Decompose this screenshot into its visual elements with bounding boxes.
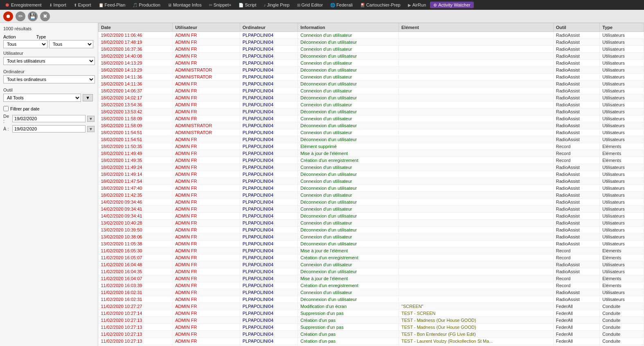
col-date[interactable]: Date — [99, 23, 173, 32]
table-row[interactable]: 18/02/2020 13:54:36ADMIN FRPLPAPOLINI04C… — [99, 101, 644, 108]
table-row[interactable]: 18/02/2020 11:49:35ADMIN FRPLPAPOLINI04C… — [99, 157, 644, 164]
date-to-input[interactable] — [12, 125, 86, 133]
nav-production[interactable]: 🎵 Production — [129, 2, 164, 8]
table-row[interactable]: 18/02/2020 11:49:14ADMIN FRPLPAPOLINI04D… — [99, 171, 644, 178]
date-to-row: À : ▼ — [3, 125, 95, 133]
table-row[interactable]: 18/02/2020 11:54:51ADMINISTRATORPLPAPOLI… — [99, 129, 644, 136]
table-row[interactable]: 18/02/2020 11:47:54ADMIN FRPLPAPOLINI04C… — [99, 178, 644, 185]
table-row[interactable]: 13/02/2020 10:38:06ADMIN FRPLPAPOLINI04C… — [99, 234, 644, 240]
table-row[interactable]: 11/02/2020 10:27:14ADMIN FRPLPAPOLINI04S… — [99, 310, 644, 317]
col-type[interactable]: Type — [600, 23, 644, 32]
user-select[interactable]: Tout les utilisateurs — [3, 57, 95, 65]
utilisateur-label: Utilisateur — [3, 51, 95, 56]
table-row[interactable]: 18/02/2020 17:48:19ADMIN FRPLPAPOLINI04D… — [99, 39, 644, 46]
table-row[interactable]: 18/02/2020 14:02:17ADMIN FRPLPAPOLINI04D… — [99, 94, 644, 101]
nav-enregistrement[interactable]: ⏺ Enregistrement — [2, 1, 45, 9]
table-row[interactable]: 11/02/2020 10:27:13ADMIN FRPLPAPOLINI04C… — [99, 331, 644, 338]
date-from-input[interactable] — [12, 115, 86, 122]
table-row[interactable]: 18/02/2020 11:42:35ADMIN FRPLPAPOLINI04C… — [99, 192, 644, 199]
main-layout: 1000 résultats Action Type Tous Tous Uti… — [0, 23, 644, 346]
table-row[interactable]: 11/02/2020 16:04:35ADMIN FRPLPAPOLINI04D… — [99, 268, 644, 275]
nav-montage[interactable]: 🖥 Montage Infos — [164, 2, 205, 8]
date-to-picker[interactable]: ▼ — [87, 126, 95, 132]
table-row[interactable]: 11/02/2020 16:03:39ADMIN FRPLPAPOLINI04C… — [99, 282, 644, 289]
nav-import[interactable]: ⬇ Import — [46, 2, 70, 8]
type-select[interactable]: Tous — [49, 40, 93, 48]
table-row[interactable]: 11/02/2020 16:05:07ADMIN FRPLPAPOLINI04C… — [99, 254, 644, 261]
table-body: 19/02/2020 11:06:46ADMIN FRPLPAPOLINI04C… — [99, 32, 644, 346]
table-row[interactable]: 18/02/2020 11:49:24ADMIN FRPLPAPOLINI04C… — [99, 164, 644, 171]
table-row[interactable]: 11/02/2020 10:27:13ADMIN FRPLPAPOLINI04C… — [99, 338, 644, 345]
nav-activity-watcher[interactable]: ⚙ Activity Watcher — [430, 2, 473, 8]
table-row[interactable]: 18/02/2020 14:13:29ADMIN FRPLPAPOLINI04C… — [99, 60, 644, 67]
nav-feedplan[interactable]: 📋 Feed-Plan — [95, 2, 129, 8]
col-user[interactable]: Utilisateur — [173, 23, 240, 32]
date-filter-checkbox[interactable] — [3, 106, 9, 111]
table-row[interactable]: 18/02/2020 13:53:42ADMIN FRPLPAPOLINI04D… — [99, 108, 644, 115]
table-row[interactable]: 13/02/2020 10:40:28ADMIN FRPLPAPOLINI04C… — [99, 220, 644, 227]
type-label: Type — [36, 34, 46, 39]
table-row[interactable]: 18/02/2020 14:06:37ADMIN FRPLPAPOLINI04C… — [99, 88, 644, 94]
table-row[interactable]: 13/02/2020 11:05:38ADMIN FRPLPAPOLINI04D… — [99, 240, 644, 247]
table-row[interactable]: 18/02/2020 16:37:36ADMIN FRPLPAPOLINI04C… — [99, 46, 644, 53]
date-filter-label: Filtrer par date — [10, 106, 40, 111]
tool-filter-group: Outil All Tools ▼ — [3, 88, 95, 102]
table-row[interactable]: 18/02/2020 11:47:40ADMIN FRPLPAPOLINI04D… — [99, 185, 644, 192]
tool-dropdown-btn[interactable]: ▼ — [83, 94, 93, 101]
nav-federali[interactable]: 🌐 Federali — [327, 2, 356, 8]
nav-grid[interactable]: ⊞ Grid Editor — [294, 2, 327, 8]
date-filter-row: Filtrer par date — [3, 106, 95, 111]
action-label: Action — [3, 34, 16, 39]
table-row[interactable]: 19/02/2020 11:06:46ADMIN FRPLPAPOLINI04C… — [99, 32, 644, 39]
action-type-row: Tous Tous — [3, 40, 95, 48]
action-select[interactable]: Tous — [3, 40, 47, 48]
table-row[interactable]: 18/02/2020 11:58:09ADMINISTRATORPLPAPOLI… — [99, 122, 644, 129]
table-row[interactable]: 11/02/2020 16:02:31ADMIN FRPLPAPOLINI04C… — [99, 289, 644, 296]
edit-button[interactable]: ✏ — [16, 11, 25, 21]
date-from-row: De : ▼ — [3, 114, 95, 124]
table-row[interactable]: 18/02/2020 14:40:08ADMIN FRPLPAPOLINI04D… — [99, 53, 644, 60]
nav-export[interactable]: ⬆ Export — [70, 2, 95, 8]
nav-airrun[interactable]: ▶ AirRun — [405, 2, 430, 8]
table-row[interactable]: 18/02/2020 14:13:29ADMINISTRATORPLPAPOLI… — [99, 67, 644, 74]
col-info[interactable]: Information — [298, 23, 399, 32]
table-row[interactable]: 11/02/2020 16:02:31ADMIN FRPLPAPOLINI04D… — [99, 296, 644, 303]
table-row[interactable]: 18/02/2020 11:49:49ADMIN FRPLPAPOLINI04M… — [99, 150, 644, 157]
save-button[interactable]: 💾 — [28, 11, 38, 21]
date-from-picker[interactable]: ▼ — [87, 116, 95, 122]
table-row[interactable]: 18/02/2020 14:11:36ADMIN FRPLPAPOLINI04D… — [99, 81, 644, 88]
nav-jingle[interactable]: ♪ Jingle Prep — [261, 2, 293, 8]
a-label: À : — [3, 126, 11, 131]
table-row[interactable]: 13/02/2020 10:39:50ADMIN FRPLPAPOLINI04D… — [99, 227, 644, 234]
table-row[interactable]: 14/02/2020 09:34:41ADMIN FRPLPAPOLINI04C… — [99, 206, 644, 213]
computer-select[interactable]: Tout les ordinateurs — [3, 75, 95, 83]
top-navigation: ⏺ Enregistrement ⬇ Import ⬆ Export 📋 Fee… — [0, 0, 644, 10]
table-area: Date Utilisateur Ordinateur Information … — [98, 23, 644, 346]
table-row[interactable]: 18/02/2020 11:50:35ADMIN FRPLPAPOLINI04E… — [99, 143, 644, 150]
col-tool[interactable]: Outil — [553, 23, 600, 32]
table-row[interactable]: 14/02/2020 09:34:46ADMIN FRPLPAPOLINI04D… — [99, 199, 644, 206]
de-label: De : — [3, 114, 11, 124]
record-button[interactable]: ⏺ — [3, 11, 13, 21]
table-row[interactable]: 18/02/2020 11:58:09ADMIN FRPLPAPOLINI04C… — [99, 115, 644, 122]
tool-select[interactable]: All Tools — [3, 94, 81, 102]
nav-cartouchier[interactable]: 🎴 Cartouchier-Prep — [357, 2, 404, 8]
table-row[interactable]: 11/02/2020 10:27:13ADMIN FRPLPAPOLINI04S… — [99, 345, 644, 346]
table-header-row: Date Utilisateur Ordinateur Information … — [99, 23, 644, 32]
table-row[interactable]: 11/02/2020 10:27:13ADMIN FRPLPAPOLINI04C… — [99, 317, 644, 324]
table-row[interactable]: 18/02/2020 14:11:36ADMINISTRATORPLPAPOLI… — [99, 74, 644, 81]
cancel-button[interactable]: ✖ — [40, 11, 50, 21]
table-row[interactable]: 11/02/2020 16:05:30ADMIN FRPLPAPOLINI04M… — [99, 247, 644, 254]
col-element[interactable]: Elément — [399, 23, 554, 32]
user-filter-group: Utilisateur Tout les utilisateurs — [3, 51, 95, 65]
col-computer[interactable]: Ordinateur — [240, 23, 298, 32]
table-row[interactable]: 18/02/2020 11:54:51ADMIN FRPLPAPOLINI04D… — [99, 136, 644, 143]
computer-filter-group: Ordinateur Tout les ordinateurs — [3, 69, 95, 83]
table-row[interactable]: 11/02/2020 10:27:27ADMIN FRPLPAPOLINI04M… — [99, 303, 644, 310]
table-row[interactable]: 14/02/2020 09:34:41ADMIN FRPLPAPOLINI04D… — [99, 213, 644, 220]
table-row[interactable]: 11/02/2020 16:04:07ADMIN FRPLPAPOLINI04M… — [99, 275, 644, 282]
nav-snippet[interactable]: ✂ Snippet+ — [206, 2, 235, 8]
table-row[interactable]: 11/02/2020 10:27:13ADMIN FRPLPAPOLINI04S… — [99, 324, 644, 331]
nav-script[interactable]: 📄 Script — [235, 2, 259, 8]
table-row[interactable]: 11/02/2020 16:04:48ADMIN FRPLPAPOLINI04C… — [99, 261, 644, 268]
